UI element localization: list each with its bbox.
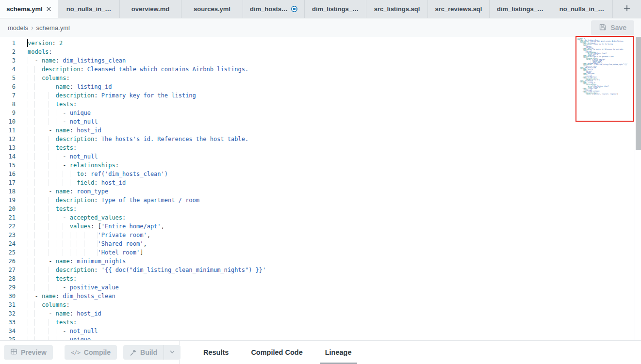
line-number: 15 <box>0 161 16 170</box>
code-line: 29 - positive_value <box>0 283 641 292</box>
chevron-down-icon <box>169 348 176 357</box>
code-line: 16 to: ref('dim_hosts_clean') <box>0 170 641 178</box>
preview-button[interactable]: Preview <box>4 345 53 360</box>
code-line: 4 description: Cleansed table which cont… <box>0 65 641 74</box>
line-number: 23 <box>0 231 16 239</box>
line-number: 29 <box>0 283 16 292</box>
code-line: 19 description: Type of the apartment / … <box>0 196 641 205</box>
compile-button[interactable]: </> Compile <box>65 345 117 360</box>
code-line: 30 - name: dim_hosts_clean <box>0 292 641 301</box>
line-number: 33 <box>0 318 16 327</box>
code-line: 8 tests: <box>0 100 641 109</box>
line-number: 5 <box>0 74 16 82</box>
line-number: 27 <box>0 266 16 274</box>
line-number: 4 <box>0 65 16 74</box>
code-editor[interactable]: 1version: 22models:3 - name: dim_listing… <box>0 37 641 340</box>
code-line: 3 - name: dim_listings_clean <box>0 56 641 65</box>
new-tab-button[interactable] <box>613 0 641 18</box>
code-line: 18 - name: room_type <box>0 187 641 196</box>
panel-tab-label: Lineage <box>325 348 352 356</box>
tab-label: schema.yml <box>6 5 42 13</box>
code-line: 7 description: Primary key for the listi… <box>0 91 641 100</box>
editor-tab[interactable]: no_nulls_in_… <box>58 0 120 18</box>
plus-icon <box>623 4 631 14</box>
close-icon[interactable] <box>46 6 51 12</box>
unsaved-changes-icon <box>291 6 297 12</box>
code-icon: </> <box>71 349 81 356</box>
tab-label: src_listings.sql <box>374 5 420 13</box>
code-line: 2models: <box>0 47 641 56</box>
minimap[interactable]: version: 2models: - name: dim_listings_c… <box>577 38 632 122</box>
tab-label: no_nulls_in_… <box>66 5 111 13</box>
minimap-line: values: ['positive', 'neutral', 'negativ… <box>577 94 631 95</box>
line-number: 26 <box>0 257 16 266</box>
code-line: 1version: 2 <box>0 39 641 47</box>
tab-label: dim_listings_… <box>497 5 543 13</box>
code-line: 23 'Private room', <box>0 231 641 239</box>
panel-tab-label: Results <box>203 348 229 356</box>
editor-tab[interactable]: schema.yml <box>0 0 58 18</box>
hammer-icon <box>130 349 137 356</box>
line-number: 14 <box>0 152 16 161</box>
code-line: 13 tests: <box>0 143 641 152</box>
code-line: 20 tests: <box>0 205 641 213</box>
panel-tab-label: Compiled Code <box>251 348 302 356</box>
panel-tabs: ResultsCompiled CodeLineage <box>192 341 363 364</box>
line-number: 9 <box>0 109 16 117</box>
code-line: 34 - not_null <box>0 327 641 335</box>
editor-tab[interactable]: dim_listings_… <box>490 0 551 18</box>
editor-tab[interactable]: overview.md <box>120 0 181 18</box>
action-buttons: Preview </> Compile Build <box>0 341 180 364</box>
build-options-button[interactable] <box>164 345 181 360</box>
editor-tab[interactable]: src_reviews.sql <box>428 0 490 18</box>
editor-tab[interactable]: no_nulls_in_… <box>551 0 613 18</box>
line-number: 8 <box>0 100 16 109</box>
line-number: 16 <box>0 170 16 178</box>
editor-tab[interactable]: sources.yml <box>181 0 243 18</box>
panel-tab-lineage[interactable]: Lineage <box>314 341 363 364</box>
line-number: 13 <box>0 143 16 152</box>
code-line: 15 - relationships: <box>0 161 641 170</box>
editor-scrollbar[interactable] <box>636 37 641 150</box>
line-number: 32 <box>0 309 16 318</box>
code-line: 33 tests: <box>0 318 641 327</box>
line-number: 20 <box>0 205 16 213</box>
build-button[interactable]: Build <box>123 345 164 360</box>
tab-label: sources.yml <box>194 5 230 13</box>
floppy-icon <box>599 23 607 32</box>
save-button[interactable]: Save <box>591 20 634 35</box>
line-number: 24 <box>0 239 16 248</box>
breadcrumb-models[interactable]: models <box>8 24 28 32</box>
chevron-right-icon: › <box>31 24 33 32</box>
editor-tab[interactable]: dim_listings_… <box>305 0 366 18</box>
tab-label: dim_hosts… <box>250 5 288 13</box>
code-line: 32 - name: host_id <box>0 309 641 318</box>
line-number: 6 <box>0 82 16 91</box>
code-line: 35 - unique <box>0 335 641 340</box>
line-number: 34 <box>0 327 16 335</box>
code-line: 9 - unique <box>0 109 641 117</box>
code-line: 6 - name: listing_id <box>0 82 641 91</box>
table-icon <box>10 348 17 357</box>
code-line: 12 description: The hosts's id. Referenc… <box>0 135 641 143</box>
line-number: 19 <box>0 196 16 205</box>
code-line: 25 'Hotel room'] <box>0 248 641 257</box>
line-number: 11 <box>0 126 16 135</box>
code-line: 10 - not_null <box>0 117 641 126</box>
code-line: 28 tests: <box>0 274 641 283</box>
code-line: 21 - accepted_values: <box>0 213 641 222</box>
line-number: 30 <box>0 292 16 301</box>
code-line: 17 field: host_id <box>0 178 641 187</box>
save-label: Save <box>610 24 626 32</box>
line-number: 12 <box>0 135 16 143</box>
code-line: 22 values: ['Entire home/apt', <box>0 222 641 231</box>
scrollbar-track-divider <box>635 150 635 340</box>
editor-tab[interactable]: src_listings.sql <box>366 0 428 18</box>
code-lines: 1version: 22models:3 - name: dim_listing… <box>0 39 641 340</box>
editor-tab[interactable]: dim_hosts… <box>243 0 305 18</box>
panel-tab-compiled-code[interactable]: Compiled Code <box>240 341 313 364</box>
breadcrumb-file[interactable]: schema.yml <box>36 24 70 32</box>
code-line: 31 columns: <box>0 301 641 309</box>
panel-tab-results[interactable]: Results <box>192 341 240 364</box>
build-split-button: Build <box>123 345 181 360</box>
